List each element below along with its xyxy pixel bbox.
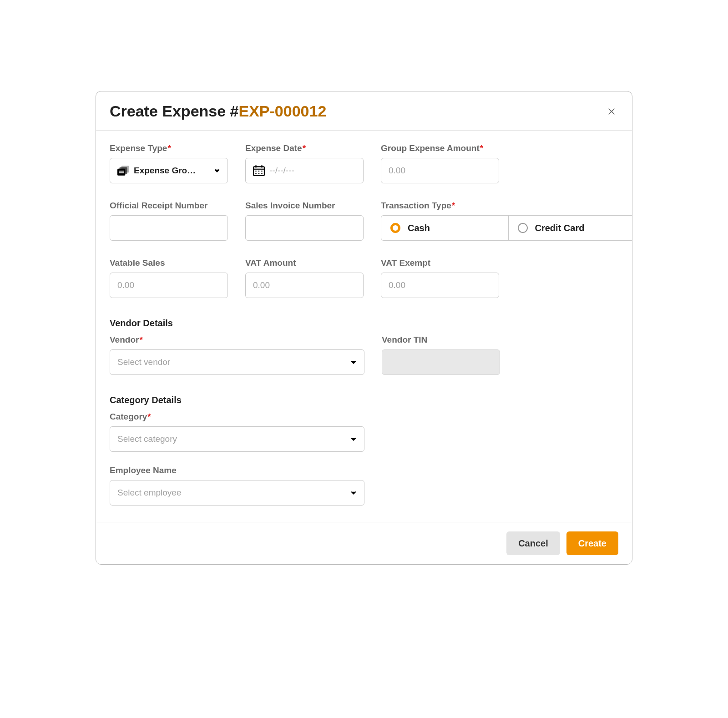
label-category: Category*	[110, 412, 364, 422]
svg-point-12	[255, 173, 257, 174]
svg-rect-3	[119, 171, 124, 172]
chevron-down-icon	[350, 359, 357, 365]
field-si-number: Sales Invoice Number	[245, 201, 364, 241]
svg-rect-4	[119, 172, 124, 173]
section-vendor-details: Vendor Details	[110, 318, 618, 329]
field-or-number: Official Receipt Number	[110, 201, 228, 241]
select-category[interactable]: Select category	[110, 426, 364, 452]
input-vendor-tin	[382, 349, 500, 375]
create-button[interactable]: Create	[566, 531, 618, 555]
label-transaction-type: Transaction Type*	[381, 201, 632, 211]
expense-date-placeholder: --/--/---	[269, 166, 356, 176]
title-prefix: Create Expense #	[110, 102, 239, 120]
label-expense-type: Expense Type*	[110, 143, 228, 153]
field-vendor-tin: Vendor TIN	[382, 335, 500, 375]
radio-label-credit: Credit Card	[535, 223, 585, 233]
input-vat-exempt[interactable]	[381, 273, 499, 298]
radio-credit-card[interactable]: Credit Card	[508, 216, 633, 240]
input-si-number[interactable]	[245, 215, 364, 241]
expense-type-value: Expense Gro…	[134, 166, 209, 176]
modal-footer: Cancel Create	[96, 522, 632, 564]
modal-title: Create Expense # EXP-000012	[110, 102, 326, 120]
svg-point-9	[255, 171, 257, 172]
vendor-placeholder: Select vendor	[117, 357, 346, 367]
svg-point-14	[261, 173, 263, 174]
radio-label-cash: Cash	[408, 223, 430, 233]
select-expense-type[interactable]: Expense Gro…	[110, 158, 228, 183]
category-placeholder: Select category	[117, 434, 346, 444]
svg-point-13	[258, 173, 260, 174]
label-or-number: Official Receipt Number	[110, 201, 228, 211]
label-expense-date: Expense Date*	[245, 143, 364, 153]
field-group-amount: Group Expense Amount*	[381, 143, 499, 183]
field-employee: Employee Name Select employee	[110, 465, 364, 506]
label-vat-amount: VAT Amount	[245, 258, 364, 268]
input-or-number[interactable]	[110, 215, 228, 241]
field-vendor: Vendor* Select vendor	[110, 335, 364, 375]
field-expense-type: Expense Type* Expense Gro…	[110, 143, 228, 183]
input-expense-date[interactable]: --/--/---	[245, 158, 364, 183]
expense-group-icon	[117, 166, 129, 176]
chevron-down-icon	[350, 490, 357, 496]
field-expense-date: Expense Date* --/--/---	[245, 143, 364, 183]
radio-indicator-cash	[390, 223, 400, 233]
calendar-icon	[253, 165, 265, 176]
title-expense-id: EXP-000012	[239, 102, 327, 120]
field-category: Category* Select category	[110, 412, 364, 452]
close-icon	[607, 106, 617, 116]
radio-cash[interactable]: Cash	[381, 216, 508, 240]
svg-point-11	[261, 171, 263, 172]
field-vat-exempt: VAT Exempt	[381, 258, 499, 298]
field-vat-amount: VAT Amount	[245, 258, 364, 298]
label-employee: Employee Name	[110, 465, 364, 475]
field-vatable-sales: Vatable Sales	[110, 258, 228, 298]
close-button[interactable]	[605, 105, 618, 118]
label-vendor: Vendor*	[110, 335, 364, 345]
transaction-type-group: Cash Credit Card	[381, 215, 632, 241]
svg-rect-2	[121, 166, 129, 172]
radio-indicator-credit	[518, 223, 528, 233]
section-category-details: Category Details	[110, 395, 618, 405]
create-expense-modal: Create Expense # EXP-000012 Expense Type…	[96, 91, 632, 565]
chevron-down-icon	[214, 167, 220, 174]
label-group-amount: Group Expense Amount*	[381, 143, 499, 153]
cancel-button[interactable]: Cancel	[506, 531, 560, 555]
label-vat-exempt: VAT Exempt	[381, 258, 499, 268]
label-vendor-tin: Vendor TIN	[382, 335, 500, 345]
label-vatable: Vatable Sales	[110, 258, 228, 268]
field-transaction-type: Transaction Type* Cash Credit Card	[381, 201, 632, 241]
input-vat-amount[interactable]	[245, 273, 364, 298]
input-group-amount[interactable]	[381, 158, 499, 183]
label-si-number: Sales Invoice Number	[245, 201, 364, 211]
employee-placeholder: Select employee	[117, 488, 346, 498]
select-vendor[interactable]: Select vendor	[110, 349, 364, 375]
input-vatable-sales[interactable]	[110, 273, 228, 298]
svg-point-10	[258, 171, 260, 172]
chevron-down-icon	[350, 436, 357, 442]
modal-header: Create Expense # EXP-000012	[96, 91, 632, 131]
modal-body: Expense Type* Expense Gro…	[96, 131, 632, 522]
select-employee[interactable]: Select employee	[110, 480, 364, 506]
